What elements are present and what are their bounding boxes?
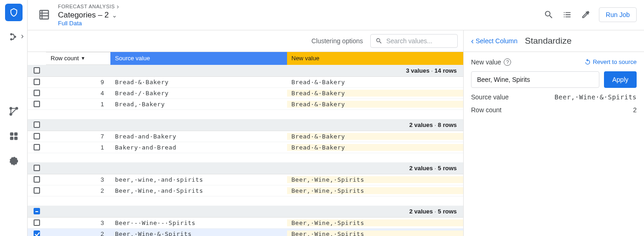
list-icon[interactable] (562, 10, 572, 20)
group-checkbox[interactable] (34, 67, 40, 74)
svg-rect-8 (10, 137, 13, 140)
table-pane: Clustering options Row count▼ Source val… (28, 30, 464, 236)
svg-point-4 (16, 107, 17, 109)
source-value-cell: Bread,·Bakery (110, 101, 287, 108)
row-checkbox[interactable] (34, 187, 40, 194)
row-checkbox[interactable] (34, 219, 40, 226)
row-checkbox[interactable] (34, 176, 40, 183)
row-count-cell: 9 (46, 79, 110, 86)
row-count-cell: 7 (46, 133, 110, 140)
app-logo[interactable] (5, 4, 23, 21)
group-header[interactable]: 2 values · 5 rows (28, 162, 463, 174)
revert-to-source-button[interactable]: Revert to source (584, 58, 637, 65)
chevron-down-icon[interactable]: ⌄ (112, 12, 117, 19)
source-value-cell: Beer,·Wine,·and·Spirits (110, 187, 287, 194)
table-row[interactable]: 1Bread,·BakeryBread·&·Bakery (28, 99, 463, 110)
row-count-cell: 3 (46, 176, 110, 183)
svg-point-5 (10, 113, 12, 115)
new-value-cell: Bread·&·Bakery (287, 79, 464, 86)
svg-rect-6 (10, 133, 13, 136)
apply-button[interactable]: Apply (604, 71, 637, 88)
group-checkbox[interactable] (34, 208, 40, 214)
col-source-value[interactable]: Source value (110, 52, 287, 65)
nav-apps-icon[interactable] (5, 127, 23, 145)
table-row[interactable]: 3Beer·-·Wine·-·SpiritsBeer,·Wine,·Spirit… (28, 218, 463, 229)
svg-rect-9 (14, 137, 17, 140)
new-value-cell: Bread·&·Bakery (287, 144, 464, 151)
run-job-button[interactable]: Run Job (599, 7, 637, 22)
group-header[interactable]: 2 values · 5 rows (28, 206, 463, 218)
row-checkbox[interactable] (34, 79, 40, 85)
row-checkbox[interactable] (34, 90, 40, 96)
page-header: FORECAST ANALYSIS Categories – 2 ⌄ Full … (28, 0, 644, 30)
new-value-cell: Beer,·Wine,·Spirits (287, 187, 464, 194)
page-title: Categories – 2 (58, 11, 109, 20)
row-count-cell: 2 (46, 230, 110, 236)
row-count-cell: 4 (46, 90, 110, 97)
clustering-options-link[interactable]: Clustering options (311, 37, 363, 45)
new-value-cell: Beer,·Wine,·Spirits (287, 219, 464, 226)
row-count-value: 2 (633, 106, 637, 114)
nav-jobs-icon[interactable] (5, 152, 23, 170)
source-value-cell: beer,·wine,·and·spirits (110, 176, 287, 183)
select-column-button[interactable]: Select Column (471, 37, 518, 45)
row-checkbox[interactable] (34, 230, 40, 236)
row-count-cell: 1 (46, 101, 110, 108)
row-checkbox[interactable] (34, 133, 40, 139)
group-summary: 2 values · 5 rows (409, 165, 463, 172)
row-checkbox[interactable] (34, 101, 40, 107)
row-count-cell: 2 (46, 187, 110, 194)
col-row-count[interactable]: Row count▼ (46, 52, 110, 65)
group-checkbox[interactable] (34, 121, 40, 128)
table-body: 3 values · 14 rows9Bread·&·BakeryBread·&… (28, 65, 463, 236)
source-value-cell: Bakery·and·Bread (110, 144, 287, 151)
group-summary: 3 values · 14 rows (406, 67, 463, 74)
group-summary: 2 values · 5 rows (409, 208, 463, 215)
source-value-cell: Beer·-·Wine·-·Spirits (110, 219, 287, 226)
help-icon[interactable]: ? (504, 58, 511, 66)
dataset-icon (37, 7, 52, 22)
svg-point-0 (10, 33, 12, 35)
search-icon (375, 37, 383, 45)
svg-point-3 (10, 107, 12, 109)
source-value-cell: Bread·&·Bakery (110, 79, 287, 86)
search-input[interactable] (385, 37, 453, 45)
row-checkbox[interactable] (34, 144, 40, 150)
svg-point-1 (10, 38, 12, 40)
new-value-label: New value (471, 58, 501, 66)
new-value-cell: Beer,·Wine,·Spirits (287, 230, 464, 236)
new-value-cell: Bread·&·Bakery (287, 90, 464, 97)
new-value-cell: Bread·&·Bakery (287, 133, 464, 140)
group-header[interactable]: 2 values · 8 rows (28, 119, 463, 131)
color-picker-icon[interactable] (581, 10, 591, 20)
source-value-cell: Bread·/·Bakery (110, 90, 287, 97)
nav-flows-icon[interactable] (5, 28, 23, 46)
source-value: Beer,·Wine·&·Spirits (554, 93, 637, 101)
full-data-link[interactable]: Full Data (58, 20, 119, 27)
table-row[interactable]: 2Beer,·Wine,·and·SpiritsBeer,·Wine,·Spir… (28, 185, 463, 196)
revert-icon (584, 58, 591, 65)
new-value-cell: Beer,·Wine,·Spirits (287, 176, 464, 183)
row-count-cell: 3 (46, 219, 110, 226)
svg-rect-7 (14, 133, 17, 136)
table-row[interactable]: 9Bread·&·BakeryBread·&·Bakery (28, 77, 463, 88)
sort-down-icon: ▼ (80, 56, 85, 61)
table-row[interactable]: 1Bakery·and·BreadBread·&·Bakery (28, 142, 463, 153)
row-count-label: Row count (471, 106, 501, 114)
breadcrumb[interactable]: FORECAST ANALYSIS (58, 3, 119, 11)
col-new-value[interactable]: New value (287, 52, 464, 65)
left-sidebar (0, 0, 28, 236)
side-panel-title: Standardize (525, 36, 571, 46)
nav-recipe-icon[interactable] (5, 102, 23, 121)
table-row[interactable]: 4Bread·/·BakeryBread·&·Bakery (28, 88, 463, 99)
group-summary: 2 values · 8 rows (409, 121, 463, 128)
group-header[interactable]: 3 values · 14 rows (28, 65, 463, 77)
group-checkbox[interactable] (34, 165, 40, 171)
search-input-wrapper[interactable] (370, 34, 458, 48)
table-row[interactable]: 3beer,·wine,·and·spiritsBeer,·Wine,·Spir… (28, 174, 463, 185)
table-row[interactable]: 7Bread·and·BakeryBread·&·Bakery (28, 131, 463, 142)
table-row[interactable]: 2Beer,·Wine·&·SpiritsBeer,·Wine,·Spirits (28, 229, 463, 236)
new-value-input[interactable] (471, 71, 599, 88)
source-value-cell: Beer,·Wine·&·Spirits (110, 230, 287, 236)
search-icon[interactable] (544, 10, 554, 20)
